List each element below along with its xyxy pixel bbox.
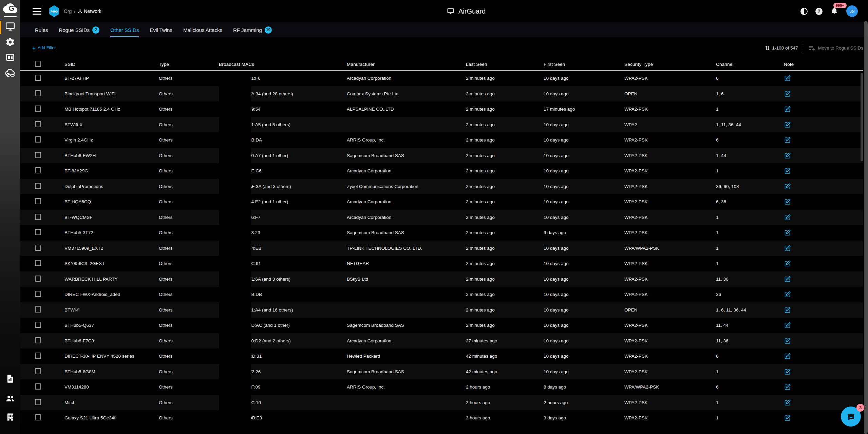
sidebar-item-cloud-sync[interactable] xyxy=(5,68,16,78)
note-edit-button[interactable] xyxy=(784,260,791,267)
tab-other-ssids[interactable]: Other SSIDs xyxy=(110,22,139,37)
cell-manufacturer: BSkyB Ltd xyxy=(347,277,466,282)
notifications-button[interactable]: 999+ xyxy=(830,6,838,16)
row-checkbox[interactable] xyxy=(35,260,41,266)
row-checkbox[interactable] xyxy=(35,214,41,220)
note-edit-button[interactable] xyxy=(784,229,791,236)
row-checkbox[interactable] xyxy=(35,245,41,251)
cell-first-seen: 10 days ago xyxy=(544,215,624,220)
menu-toggle-button[interactable] xyxy=(33,8,41,15)
help-icon[interactable]: ? xyxy=(815,8,823,15)
breadcrumb-org[interactable]: Org xyxy=(64,8,72,14)
column-header-broadcast-macs[interactable]: Broadcast MACs xyxy=(219,62,347,67)
pagination-control[interactable]: 1-100 of 547 xyxy=(765,45,798,51)
note-edit-button[interactable] xyxy=(784,245,791,252)
column-header-ssid[interactable]: SSID xyxy=(64,62,159,67)
note-edit-button[interactable] xyxy=(784,276,791,283)
avatar[interactable]: JS xyxy=(846,5,858,17)
tab-malicious-attacks[interactable]: Malicious Attacks xyxy=(183,22,222,37)
row-checkbox[interactable] xyxy=(35,75,41,81)
tab-evil-twins[interactable]: Evil Twins xyxy=(150,22,172,37)
note-edit-button[interactable] xyxy=(784,306,791,314)
tab-rf-jamming[interactable]: RF Jamming 19 xyxy=(233,22,272,37)
tab-label: Evil Twins xyxy=(150,27,172,33)
sidebar-item-settings[interactable] xyxy=(5,37,15,47)
cell-ssid: BTHub6-F7C3 xyxy=(64,338,159,343)
note-edit-button[interactable] xyxy=(784,337,791,344)
page-scrollbar[interactable] xyxy=(864,21,868,434)
row-checkbox[interactable] xyxy=(35,322,41,328)
column-header-note[interactable]: Note xyxy=(784,62,863,67)
row-checkbox[interactable] xyxy=(35,183,41,189)
cell-type: Others xyxy=(159,338,219,343)
edit-note-icon xyxy=(784,167,791,174)
row-checkbox[interactable] xyxy=(35,136,41,143)
sidebar-item-monitoring[interactable] xyxy=(5,21,16,32)
column-header-manufacturer[interactable]: Manufacturer xyxy=(347,62,466,67)
cell-ssid: VM3114280 xyxy=(64,384,159,390)
note-edit-button[interactable] xyxy=(784,90,791,97)
redacted-mac-overlay xyxy=(219,71,251,434)
column-header-first-seen[interactable]: First Seen xyxy=(544,62,624,67)
column-header-last-seen[interactable]: Last Seen xyxy=(466,62,544,67)
note-edit-button[interactable] xyxy=(784,136,791,144)
row-checkbox[interactable] xyxy=(35,198,41,204)
row-checkbox[interactable] xyxy=(35,276,41,282)
table-scrollbar[interactable] xyxy=(861,73,863,161)
note-edit-button[interactable] xyxy=(784,368,791,375)
app-logo-icon[interactable]: G xyxy=(3,2,18,14)
note-edit-button[interactable] xyxy=(784,121,791,128)
row-checkbox[interactable] xyxy=(35,399,41,405)
tab-rules[interactable]: Rules xyxy=(35,22,48,37)
note-edit-button[interactable] xyxy=(784,214,791,221)
row-checkbox[interactable] xyxy=(35,167,41,173)
row-checkbox[interactable] xyxy=(35,353,41,359)
column-header-type[interactable]: Type xyxy=(159,62,219,67)
note-edit-button[interactable] xyxy=(784,75,791,82)
move-to-rogue-button[interactable]: Move to Rogue SSIDs xyxy=(808,45,863,51)
row-checkbox[interactable] xyxy=(35,229,41,235)
note-edit-button[interactable] xyxy=(784,183,791,190)
add-filter-button[interactable]: + Add Filter xyxy=(32,45,56,51)
select-all-checkbox[interactable] xyxy=(35,61,41,67)
cell-type: Others xyxy=(159,215,219,220)
row-checkbox[interactable] xyxy=(35,414,41,420)
row-checkbox[interactable] xyxy=(35,121,41,127)
note-edit-button[interactable] xyxy=(784,399,791,406)
note-edit-button[interactable] xyxy=(784,198,791,205)
row-checkbox[interactable] xyxy=(35,152,41,158)
cell-ssid: DolphinPromotions xyxy=(64,184,159,189)
cell-security-type: WPA2-PSK xyxy=(624,107,716,112)
row-checkbox[interactable] xyxy=(35,383,41,390)
row-checkbox[interactable] xyxy=(35,106,41,112)
column-header-security-type[interactable]: Security Type xyxy=(624,62,716,67)
sidebar-item-organization[interactable] xyxy=(5,412,15,422)
note-edit-button[interactable] xyxy=(784,291,791,298)
column-header-channel[interactable]: Channel xyxy=(716,62,784,67)
note-edit-button[interactable] xyxy=(784,353,791,360)
note-edit-button[interactable] xyxy=(784,167,791,174)
row-checkbox[interactable] xyxy=(35,337,41,343)
note-edit-button[interactable] xyxy=(784,383,791,391)
sidebar-item-news[interactable] xyxy=(5,53,15,62)
note-edit-button[interactable] xyxy=(784,322,791,329)
tab-rogue-ssids[interactable]: Rogue SSIDs 2 xyxy=(59,22,99,37)
note-edit-button[interactable] xyxy=(784,414,791,421)
row-checkbox[interactable] xyxy=(35,90,41,96)
row-checkbox[interactable] xyxy=(35,306,41,313)
note-edit-button[interactable] xyxy=(784,152,791,159)
cell-security-type: WPA2-PSK xyxy=(624,292,716,297)
sidebar-item-users[interactable] xyxy=(5,394,16,403)
row-checkbox[interactable] xyxy=(35,368,41,374)
cell-first-seen: 10 days ago xyxy=(544,122,624,127)
breadcrumb: Org / Network xyxy=(64,8,101,14)
cell-manufacturer: Compex Systems Pte Ltd xyxy=(347,91,466,96)
sidebar-item-reports[interactable] xyxy=(5,373,15,384)
breadcrumb-network[interactable]: Network xyxy=(78,8,101,14)
notification-count-badge: 999+ xyxy=(833,3,847,8)
theme-toggle-icon[interactable] xyxy=(800,8,808,15)
note-edit-button[interactable] xyxy=(784,106,791,113)
cell-security-type: WPA2-PSK xyxy=(624,400,716,405)
cell-note xyxy=(784,75,863,82)
row-checkbox[interactable] xyxy=(35,291,41,297)
